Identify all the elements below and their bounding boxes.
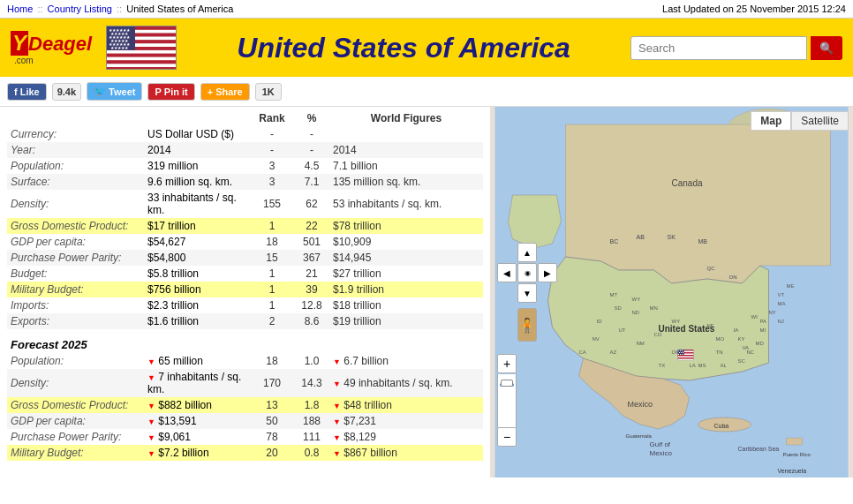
breadcrumb: Home :: Country Listing :: United States… bbox=[0, 0, 853, 19]
map-tab-map[interactable]: Map bbox=[751, 111, 791, 131]
svg-text:Mexico: Mexico bbox=[628, 400, 653, 409]
map-tab-satellite[interactable]: Satellite bbox=[791, 111, 849, 131]
svg-text:NM: NM bbox=[637, 341, 645, 346]
svg-text:Venezuela: Venezuela bbox=[778, 468, 807, 474]
share-label: Share bbox=[215, 87, 243, 97]
forecast-section-header: Forecast 2025 bbox=[7, 329, 483, 353]
down-arrow-icon: ▼ bbox=[333, 380, 341, 388]
row-pct: 1.0 bbox=[294, 353, 329, 369]
map-tabs: Map Satellite bbox=[751, 111, 849, 131]
svg-text:IA: IA bbox=[734, 327, 739, 333]
row-value: ▼ $882 billion bbox=[144, 397, 250, 413]
row-label: Military Budget: bbox=[7, 282, 144, 297]
search-button[interactable]: 🔍 bbox=[811, 36, 842, 60]
row-pct: 367 bbox=[294, 250, 329, 266]
tweet-button[interactable]: 🐦 Tweet bbox=[87, 82, 142, 101]
like-label: Like bbox=[20, 87, 40, 97]
row-label: Surface: bbox=[7, 174, 144, 190]
row-label: Purchase Power Parity: bbox=[7, 250, 144, 266]
svg-text:MD: MD bbox=[756, 341, 765, 346]
home-link[interactable]: Home bbox=[7, 4, 33, 14]
row-value: $54,627 bbox=[144, 234, 250, 250]
svg-text:LA: LA bbox=[690, 363, 696, 368]
down-arrow-icon: ▼ bbox=[333, 449, 341, 458]
svg-text:Cuba: Cuba bbox=[714, 423, 729, 429]
row-pct: 12.8 bbox=[294, 297, 329, 313]
forecast-table-row: GDP per capita: ▼ $13,591 50 188 ▼ $7,23… bbox=[7, 413, 483, 429]
row-value: 319 million bbox=[144, 158, 250, 174]
down-arrow-icon: ▼ bbox=[147, 402, 155, 410]
map-left-button[interactable]: ◀ bbox=[497, 263, 517, 282]
row-value: 33 inhabitants / sq. km. bbox=[144, 190, 250, 218]
row-rank: 155 bbox=[250, 190, 294, 218]
row-world: $18 trillion bbox=[329, 297, 483, 313]
row-pct: 21 bbox=[294, 266, 329, 282]
table-row: Density: 33 inhabitants / sq. km. 155 62… bbox=[7, 190, 483, 218]
map-down-button[interactable]: ▼ bbox=[517, 283, 537, 303]
map-center-button[interactable]: ◉ bbox=[517, 263, 537, 282]
down-arrow-icon: ▼ bbox=[147, 449, 155, 458]
map-up-button[interactable]: ▲ bbox=[517, 243, 537, 262]
us-flag: ★★★★★★ ★★★★★ ★★★★★★ ★★★★★ ★★★★★★ ★★★★★ bbox=[106, 26, 177, 70]
like-count: 9.4k bbox=[52, 83, 81, 101]
share-button[interactable]: + Share bbox=[200, 83, 250, 101]
row-label: Density: bbox=[7, 190, 144, 218]
row-pct: 4.5 bbox=[294, 158, 329, 174]
fb-icon: f bbox=[14, 87, 18, 97]
row-label: Density: bbox=[7, 369, 144, 397]
row-pct: 14.3 bbox=[294, 369, 329, 397]
svg-text:ME: ME bbox=[787, 283, 795, 289]
down-arrow-icon: ▼ bbox=[333, 357, 341, 366]
col-label-header bbox=[7, 110, 144, 126]
row-rank: - bbox=[250, 142, 294, 158]
map-person-icon[interactable]: 🧍 bbox=[517, 308, 537, 342]
svg-text:NV: NV bbox=[593, 336, 600, 342]
logo-y-icon: Y bbox=[11, 31, 28, 56]
last-updated: Last Updated on 25 November 2015 12:24 bbox=[662, 4, 846, 14]
country-listing-link[interactable]: Country Listing bbox=[48, 4, 112, 14]
share-icon: + bbox=[208, 87, 213, 97]
zoom-out-button[interactable]: − bbox=[497, 427, 517, 447]
zoom-slider-thumb[interactable] bbox=[501, 380, 513, 387]
svg-rect-48 bbox=[682, 350, 683, 351]
row-pct: 22 bbox=[294, 218, 329, 234]
svg-rect-9 bbox=[107, 57, 177, 61]
row-rank: 15 bbox=[250, 250, 294, 266]
zoom-in-button[interactable]: + bbox=[497, 354, 517, 373]
row-world: ▼ 49 inhabitants / sq. km. bbox=[329, 369, 483, 397]
col-rank-header: Rank bbox=[250, 110, 294, 126]
svg-text:NY: NY bbox=[769, 310, 776, 315]
table-row: Currency: US Dollar USD ($) - - bbox=[7, 126, 483, 142]
svg-text:VT: VT bbox=[778, 292, 785, 297]
row-pct: 1.8 bbox=[294, 397, 329, 413]
zoom-slider-track bbox=[497, 374, 517, 427]
flag-svg: ★★★★★★ ★★★★★ ★★★★★★ ★★★★★ ★★★★★★ ★★★★★ bbox=[107, 26, 177, 70]
svg-rect-41 bbox=[678, 355, 694, 357]
row-world: $78 trillion bbox=[329, 218, 483, 234]
svg-text:QC: QC bbox=[707, 266, 716, 271]
down-arrow-icon: ▼ bbox=[333, 433, 341, 442]
pinterest-button[interactable]: P Pin it bbox=[147, 83, 194, 101]
facebook-like-button[interactable]: f Like bbox=[7, 83, 47, 101]
map-right-button[interactable]: ▶ bbox=[538, 263, 557, 282]
map-controls: ▲ ◀ ◉ ▶ ▼ 🧍 bbox=[497, 243, 557, 342]
row-label: Budget: bbox=[7, 266, 144, 282]
svg-rect-33 bbox=[787, 438, 803, 445]
row-value: $17 trillion bbox=[144, 218, 250, 234]
row-rank: 50 bbox=[250, 413, 294, 429]
row-value: ▼ $9,061 bbox=[144, 429, 250, 445]
row-label: GDP per capita: bbox=[7, 413, 144, 429]
svg-text:MT: MT bbox=[610, 292, 618, 297]
row-label: Population: bbox=[7, 158, 144, 174]
svg-text:MN: MN bbox=[650, 305, 658, 311]
search-area: 🔍 bbox=[630, 36, 842, 60]
table-row: Imports: $2.3 trillion 1 12.8 $18 trilli… bbox=[7, 297, 483, 313]
col-pct-header: % bbox=[294, 110, 329, 126]
row-pct: 188 bbox=[294, 413, 329, 429]
row-pct: 0.8 bbox=[294, 445, 329, 461]
row-value: $54,800 bbox=[144, 250, 250, 266]
down-arrow-icon: ▼ bbox=[333, 402, 341, 410]
row-value: ▼ $7.2 billion bbox=[144, 445, 250, 461]
svg-text:CO: CO bbox=[654, 332, 662, 337]
search-input[interactable] bbox=[630, 36, 807, 60]
